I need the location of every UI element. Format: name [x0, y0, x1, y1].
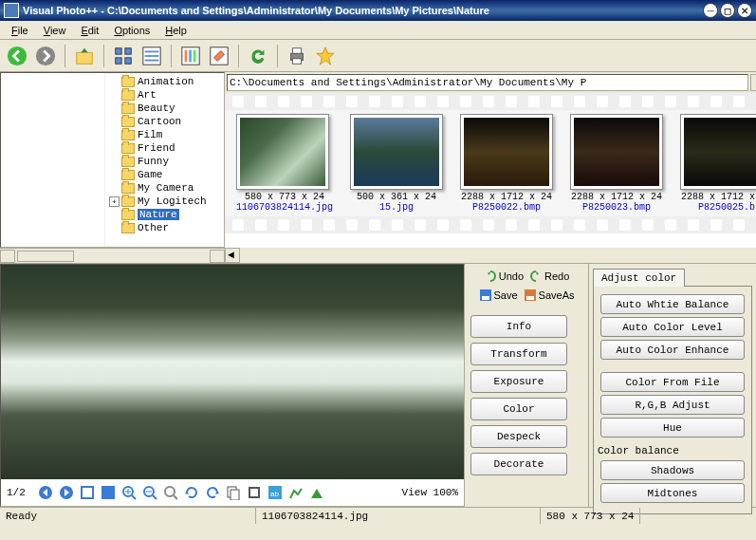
menu-help[interactable]: Help — [157, 23, 194, 38]
toolbar — [0, 40, 756, 72]
next-button[interactable] — [58, 484, 75, 501]
titlebar: Visual Photo++ - C:\Documents and Settin… — [0, 0, 756, 21]
folder-up-button[interactable] — [71, 43, 98, 69]
adjust-button[interactable]: Auto Color Enhance — [600, 340, 745, 360]
svg-rect-38 — [482, 296, 489, 300]
rotate-right-button[interactable] — [204, 484, 221, 501]
svg-line-28 — [153, 495, 157, 499]
edit-button[interactable] — [206, 43, 232, 69]
close-button[interactable]: ✕ — [737, 3, 752, 18]
save-button[interactable]: Save — [479, 289, 518, 302]
color-balance-label: Color balance — [598, 445, 747, 456]
adjust-button[interactable]: Hue — [600, 418, 745, 438]
svg-rect-4 — [125, 47, 131, 53]
tree-item[interactable]: My Camera — [107, 181, 222, 195]
menu-edit[interactable]: Edit — [73, 23, 106, 38]
tree-scrollbar[interactable] — [0, 248, 225, 263]
view-icons-button[interactable] — [110, 43, 137, 69]
saveas-button[interactable]: SaveAs — [524, 289, 575, 302]
histogram-button[interactable] — [287, 484, 304, 501]
adjust-tab[interactable]: Adjust color — [593, 269, 685, 287]
despeck-button[interactable]: Despeck — [470, 425, 567, 448]
view-list-button[interactable] — [138, 43, 165, 69]
svg-text:ab: ab — [270, 490, 279, 498]
path-dropdown[interactable]: ▼ — [750, 74, 756, 91]
tree-item[interactable]: Nature — [107, 208, 222, 221]
levels-button[interactable] — [308, 484, 325, 501]
rotate-left-button[interactable] — [183, 484, 200, 501]
thumbnail[interactable]: 580 x 773 x 241106703824114.jpg — [236, 114, 333, 213]
crop-button[interactable] — [246, 484, 263, 501]
zoom-out-button[interactable] — [141, 484, 158, 501]
menu-view[interactable]: View — [36, 23, 74, 38]
svg-rect-14 — [194, 49, 196, 62]
path-input[interactable] — [227, 74, 748, 91]
resize-button[interactable]: ab — [267, 484, 284, 501]
thumbnail[interactable]: 2288 x 1712 x 24P8250023.bmp — [570, 114, 663, 213]
tree-item[interactable]: Beauty — [107, 102, 222, 115]
svg-rect-13 — [189, 49, 192, 62]
adjust-button[interactable]: Color From File — [600, 372, 745, 392]
tree-item[interactable]: Art — [107, 88, 222, 102]
zoom-in-button[interactable] — [120, 484, 138, 501]
thumbnail[interactable]: 500 x 361 x 2415.jpg — [350, 114, 443, 213]
menubar: FileViewEditOptionsHelp — [0, 21, 756, 40]
svg-rect-40 — [526, 296, 534, 300]
favorite-button[interactable] — [312, 43, 339, 69]
menu-options[interactable]: Options — [106, 23, 157, 38]
preview-image[interactable] — [1, 265, 464, 479]
svg-point-1 — [36, 46, 55, 65]
status-dim: 580 x 773 x 24 — [541, 508, 640, 524]
svg-rect-33 — [230, 490, 239, 500]
svg-rect-34 — [249, 488, 259, 497]
svg-rect-22 — [101, 486, 115, 499]
adjust-button[interactable]: R,G,B Adjust — [600, 395, 745, 415]
zoom-actual-button[interactable] — [162, 484, 179, 501]
color-button[interactable]: Color — [470, 398, 567, 420]
view-columns-button[interactable] — [177, 43, 204, 69]
thumbnail[interactable]: 2288 x 1712 x 24P8250025.b — [680, 114, 756, 213]
menu-file[interactable]: File — [4, 23, 36, 38]
preview-pane: 1/2 ab View 100% — [0, 264, 465, 507]
tree-item[interactable]: Other — [107, 221, 222, 234]
tree-item[interactable]: Funny — [107, 155, 222, 168]
adjust-button[interactable]: Auto Whtie Balance — [600, 294, 745, 314]
app-icon — [4, 3, 19, 18]
fullscreen-button[interactable] — [100, 484, 117, 501]
back-button[interactable] — [4, 43, 30, 69]
zoom-label: View 100% — [402, 487, 458, 498]
balance-button[interactable]: Shadows — [600, 460, 745, 480]
copy-button[interactable] — [225, 484, 242, 501]
window-title: Visual Photo++ - C:\Documents and Settin… — [23, 5, 703, 16]
adjust-button[interactable]: Auto Color Level — [600, 317, 745, 337]
forward-button[interactable] — [32, 43, 59, 69]
filmstrip: 580 x 773 x 241106703824114.jpg500 x 361… — [225, 93, 756, 248]
exposure-button[interactable]: Exposure — [470, 370, 567, 393]
filmstrip-scrollbar[interactable]: ◄► — [225, 248, 756, 263]
decorate-button[interactable]: Decorate — [470, 453, 567, 475]
undo-button[interactable]: Undo — [484, 270, 524, 283]
page-indicator: 1/2 — [7, 487, 26, 498]
fit-button[interactable] — [79, 484, 96, 501]
tree-item[interactable]: Game — [107, 168, 222, 181]
tree-item[interactable]: Friend — [107, 141, 222, 155]
maximize-button[interactable]: ◻ — [720, 3, 735, 18]
tree-item[interactable]: Cartoon — [107, 115, 222, 128]
folder-tree[interactable]: AnimationArtBeautyCartoonFilmFriendFunny… — [0, 72, 225, 248]
svg-rect-17 — [292, 47, 301, 53]
balance-button[interactable]: Midtones — [600, 483, 745, 503]
svg-point-30 — [165, 487, 175, 496]
refresh-button[interactable] — [245, 43, 271, 69]
tree-item[interactable]: Animation — [107, 75, 222, 88]
minimize-button[interactable]: ─ — [703, 3, 718, 18]
prev-button[interactable] — [37, 484, 54, 501]
redo-button[interactable]: Redo — [529, 270, 569, 283]
tree-item[interactable]: Film — [107, 128, 222, 141]
tree-item[interactable]: +My Logitech — [107, 195, 222, 208]
info-button[interactable]: Info — [470, 315, 567, 338]
print-button[interactable] — [284, 43, 310, 69]
thumbnail[interactable]: 2288 x 1712 x 24P8250022.bmp — [460, 114, 553, 213]
transform-button[interactable]: Transform — [470, 343, 567, 365]
edit-panel: Undo Redo Save SaveAs InfoTransformExpos… — [465, 264, 588, 507]
svg-rect-5 — [116, 57, 121, 63]
